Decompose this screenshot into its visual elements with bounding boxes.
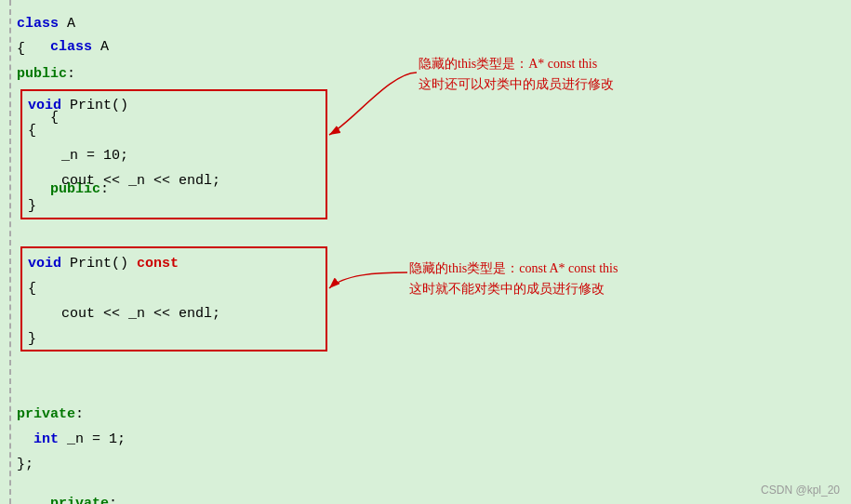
code-bottom: private: int _n = 1; };: [17, 402, 126, 477]
box2-border: [20, 246, 327, 351]
box1-border: [20, 89, 327, 219]
annotation-2: 隐藏的this类型是：const A* const this 这时就不能对类中的…: [409, 259, 618, 300]
watermark: CSDN @kpl_20: [761, 484, 840, 497]
annotation-1-line1: 隐藏的this类型是：A* const this: [419, 54, 614, 74]
line-close-brace: };: [17, 452, 126, 477]
left-dashed-border: [9, 0, 11, 504]
code-overlay: class A { public:: [17, 11, 75, 86]
keyword-private: private: [50, 496, 109, 504]
annotation-1-line2: 这时还可以对类中的成员进行修改: [419, 74, 614, 95]
annotation-1: 隐藏的this类型是：A* const this 这时还可以对类中的成员进行修改: [419, 54, 614, 96]
annotation-2-line1: 隐藏的this类型是：const A* const this: [409, 259, 618, 279]
line-int-n: int _n = 1;: [17, 427, 126, 452]
line-private: private:: [17, 402, 126, 427]
line-open-brace-1: {: [17, 36, 75, 61]
line-class-a: class A: [17, 11, 75, 36]
line-public: public:: [17, 61, 75, 86]
annotation-2-line2: 这时就不能对类中的成员进行修改: [409, 279, 618, 299]
